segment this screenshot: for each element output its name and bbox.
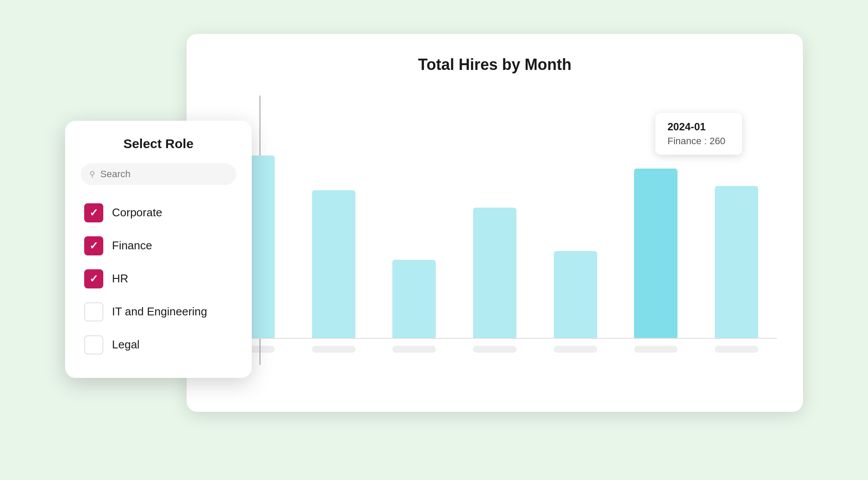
- search-icon: ⚲: [89, 169, 95, 179]
- bar-5: [554, 251, 597, 338]
- role-item-it_engineering[interactable]: IT and Engineering: [81, 296, 236, 328]
- search-box[interactable]: ⚲: [81, 163, 236, 185]
- role-label-legal: Legal: [112, 338, 140, 351]
- checkbox-it_engineering[interactable]: [84, 302, 103, 321]
- bar-2: [312, 190, 355, 338]
- bars-container: [213, 96, 777, 339]
- x-label-3: [392, 346, 436, 353]
- x-label-4: [473, 346, 516, 353]
- bar-4: [473, 208, 516, 338]
- bar-7: [715, 186, 758, 338]
- x-label-7: [715, 346, 758, 353]
- search-input[interactable]: [100, 169, 227, 180]
- x-label-2: [312, 346, 355, 353]
- checkbox-legal[interactable]: [84, 335, 103, 354]
- role-item-finance[interactable]: Finance: [81, 230, 236, 262]
- checkbox-corporate[interactable]: [84, 203, 103, 222]
- x-axis-labels: [213, 346, 777, 353]
- x-label-5: [554, 346, 597, 353]
- bar-3: [392, 260, 436, 338]
- select-role-card: Select Role ⚲ CorporateFinanceHRIT and E…: [65, 121, 252, 378]
- chart-area: 2024-01 Finance : 260: [213, 96, 777, 365]
- role-item-corporate[interactable]: Corporate: [81, 197, 236, 228]
- role-label-corporate: Corporate: [112, 206, 162, 219]
- role-item-hr[interactable]: HR: [81, 263, 236, 295]
- select-role-title: Select Role: [81, 136, 236, 151]
- role-label-it_engineering: IT and Engineering: [112, 305, 207, 318]
- role-item-legal[interactable]: Legal: [81, 329, 236, 361]
- x-label-6: [634, 346, 677, 353]
- role-label-hr: HR: [112, 272, 128, 285]
- checkbox-finance[interactable]: [84, 236, 103, 255]
- chart-title: Total Hires by Month: [213, 56, 777, 74]
- role-list: CorporateFinanceHRIT and EngineeringLega…: [81, 197, 236, 361]
- bar-6: [634, 169, 677, 338]
- chart-card: Total Hires by Month 2024-01 Finance : 2…: [187, 34, 803, 412]
- role-label-finance: Finance: [112, 239, 152, 252]
- checkbox-hr[interactable]: [84, 269, 103, 288]
